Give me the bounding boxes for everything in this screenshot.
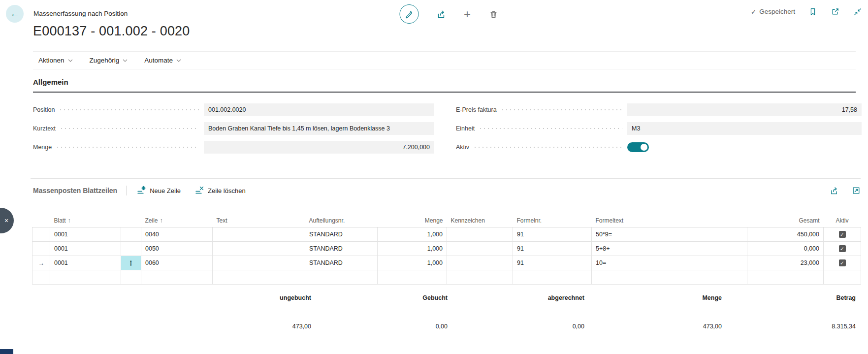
sort-ascending-icon: ↑ <box>68 217 71 224</box>
column-header-formeltext[interactable]: Formeltext <box>592 214 747 227</box>
edit-button[interactable] <box>399 4 418 24</box>
cell-text[interactable] <box>213 270 305 285</box>
cell-kennzeichen[interactable] <box>447 227 513 242</box>
field-epreis: E-Preis faktura 17,58 <box>456 103 862 116</box>
cell-gesamt[interactable] <box>747 270 824 285</box>
menu-zugehoerig[interactable]: Zugehörig <box>90 57 128 64</box>
kurztext-input[interactable]: Boden Graben Kanal Tiefe bis 1,45 m löse… <box>204 122 434 135</box>
cell-blatt[interactable]: 0001 <box>50 256 121 270</box>
einheit-input[interactable]: M3 <box>627 122 862 135</box>
cell-zeile[interactable]: 0040 <box>141 227 213 242</box>
column-label: Formeltext <box>596 217 624 224</box>
popout-window-icon <box>831 7 840 16</box>
cell-menu[interactable] <box>121 242 141 256</box>
epreis-input[interactable]: 17,58 <box>627 103 862 116</box>
cell-zeile[interactable] <box>141 270 213 285</box>
position-input[interactable]: 001.002.0020 <box>204 103 434 116</box>
cell-gesamt[interactable]: 0,000 <box>747 242 824 256</box>
cell-menge[interactable]: 1,000 <box>378 227 447 242</box>
cell-kennzeichen[interactable] <box>447 270 513 285</box>
sort-ascending-icon: ↑ <box>160 217 163 224</box>
cell-zeile[interactable]: 0060 <box>141 256 213 270</box>
menge-input[interactable]: 7.200,000 <box>204 141 434 154</box>
cell-kennzeichen[interactable] <box>447 242 513 256</box>
column-header-aufteilungsnr[interactable]: Aufteilungsnr. <box>305 214 378 227</box>
cell-formelnr[interactable] <box>513 270 592 285</box>
cell-text[interactable] <box>213 256 305 270</box>
field-kurztext: Kurztext Boden Graben Kanal Tiefe bis 1,… <box>33 122 434 135</box>
lines-part-title[interactable]: Massenposten Blattzeilen <box>33 187 117 194</box>
lines-table: Blatt↑ Zeile↑ Text Aufteilungsnr. Menge … <box>32 214 861 285</box>
cell-kennzeichen[interactable] <box>447 256 513 270</box>
row-selector-cell[interactable] <box>32 227 50 242</box>
new-line-button[interactable]: Neue Zeile <box>136 186 181 195</box>
new-record-button[interactable]: + <box>464 9 471 19</box>
open-part-button[interactable] <box>852 186 861 195</box>
delete-line-button[interactable]: Zeile löschen <box>194 186 246 195</box>
cell-blatt[interactable] <box>50 270 121 285</box>
menu-aktionen[interactable]: Aktionen <box>38 57 73 64</box>
cell-aufteilungsnr[interactable] <box>305 270 378 285</box>
back-button[interactable]: ← <box>6 5 24 23</box>
aktiv-checkbox[interactable]: ✓ <box>839 259 846 266</box>
open-in-window-button[interactable] <box>831 7 840 16</box>
cell-menu[interactable]: ⋮ <box>121 256 141 270</box>
cell-formeltext[interactable]: 50*9= <box>592 227 747 242</box>
cell-gesamt[interactable]: 23,000 <box>747 256 824 270</box>
row-selector-cell[interactable] <box>32 242 50 256</box>
general-section-heading[interactable]: Allgemein <box>33 78 856 93</box>
menu-automate[interactable]: Automate <box>144 57 181 64</box>
cell-formelnr[interactable]: 91 <box>513 242 592 256</box>
chevron-down-icon <box>68 59 73 62</box>
background-window-fragment <box>0 349 13 354</box>
total-label-abgerechnet: abgerechnet <box>448 294 584 301</box>
general-fields-left: Position 001.002.0020 Kurztext Boden Gra… <box>33 103 434 154</box>
part-divider <box>31 178 861 179</box>
cell-aufteilungsnr[interactable]: STANDARD <box>305 227 378 242</box>
share-button[interactable] <box>436 9 446 19</box>
column-header-zeile[interactable]: Zeile↑ <box>141 214 213 227</box>
cell-formeltext[interactable] <box>592 270 747 285</box>
column-header-gesamt[interactable]: Gesamt <box>747 214 824 227</box>
totals-labels-row: ungebucht Gebucht abgerechnet Menge Betr… <box>33 294 856 301</box>
cell-formeltext[interactable]: 5+8+ <box>592 242 747 256</box>
cell-gesamt[interactable]: 450,000 <box>747 227 824 242</box>
edge-floating-button[interactable]: × <box>0 208 14 233</box>
cell-formelnr[interactable]: 91 <box>513 256 592 270</box>
column-header-menge[interactable]: Menge <box>378 214 447 227</box>
cell-formeltext[interactable]: 10= <box>592 256 747 270</box>
cell-menu[interactable] <box>121 270 141 285</box>
aktiv-checkbox[interactable]: ✓ <box>839 231 846 238</box>
column-header-aktiv[interactable]: Aktiv <box>824 214 861 227</box>
cell-zeile[interactable]: 0050 <box>141 242 213 256</box>
row-selector-cell[interactable]: → <box>32 256 50 270</box>
cell-menge[interactable] <box>378 270 447 285</box>
column-header-text[interactable]: Text <box>213 214 305 227</box>
cell-menge[interactable]: 1,000 <box>378 242 447 256</box>
cell-blatt[interactable]: 0001 <box>50 227 121 242</box>
table-row: 0001 0040 STANDARD 1,000 91 50*9= 450,00… <box>32 227 861 242</box>
section-title: Allgemein <box>33 78 68 86</box>
collapse-button[interactable] <box>853 7 862 16</box>
column-label: Aktiv <box>836 217 848 224</box>
check-icon: ✓ <box>840 246 844 252</box>
column-header-kennzeichen[interactable]: Kennzeichen <box>447 214 513 227</box>
cell-aufteilungsnr[interactable]: STANDARD <box>305 256 378 270</box>
column-header-blatt[interactable]: Blatt↑ <box>50 214 121 227</box>
bookmark-button[interactable] <box>808 7 817 16</box>
cell-menu[interactable] <box>121 227 141 242</box>
cell-text[interactable] <box>213 227 305 242</box>
delete-record-button[interactable] <box>488 9 498 19</box>
cell-aufteilungsnr[interactable]: STANDARD <box>305 242 378 256</box>
cell-blatt[interactable]: 0001 <box>50 242 121 256</box>
cell-formelnr[interactable]: 91 <box>513 227 592 242</box>
row-selector-cell[interactable] <box>32 270 50 285</box>
aktiv-toggle[interactable] <box>627 142 649 152</box>
share-part-button[interactable] <box>830 186 839 195</box>
cell-text[interactable] <box>213 242 305 256</box>
column-header-formelnr[interactable]: Formelnr. <box>513 214 592 227</box>
cell-menge[interactable]: 1,000 <box>378 256 447 270</box>
cell-aktiv: ✓ <box>824 242 861 256</box>
cell-aktiv <box>824 270 861 285</box>
aktiv-checkbox[interactable]: ✓ <box>839 245 846 252</box>
